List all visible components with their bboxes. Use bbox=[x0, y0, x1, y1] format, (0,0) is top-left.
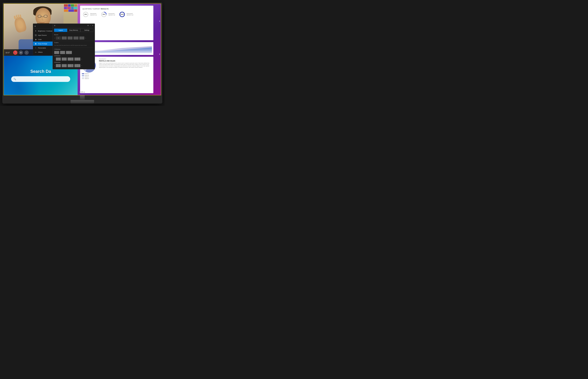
rentals-text: PROPERTY RENTALS AND SALES Regions 1 and… bbox=[99, 59, 151, 91]
personalize-icon: ☆ bbox=[35, 47, 37, 49]
tab-layout[interactable]: Layout bbox=[54, 29, 67, 32]
q4-donut: 100% bbox=[119, 11, 125, 18]
recent-label: Recent bbox=[54, 34, 93, 35]
monitor-stand bbox=[3, 95, 161, 105]
easy-arrange-label: Easy Arrange bbox=[38, 43, 47, 45]
survey-q4: 100% Improvement reported in Q4 bbox=[119, 11, 135, 18]
more-options-button[interactable]: › bbox=[24, 50, 29, 55]
osd-color[interactable]: ◑ Color bbox=[33, 37, 56, 42]
sector-legend: Sector A Sector B Sector C Sector D bbox=[82, 73, 97, 80]
nav-arrow-top[interactable]: › bbox=[159, 19, 160, 23]
input-icon: ⬛ bbox=[35, 34, 37, 36]
panel-logo: ⊞ bbox=[54, 25, 55, 26]
recent-prev[interactable]: ‹ bbox=[54, 37, 55, 39]
osd-easy-arrange[interactable]: ▦ Easy Arrange ℹ bbox=[33, 42, 56, 46]
two-windows-row bbox=[54, 51, 93, 54]
four-windows-label: 4 Windows bbox=[54, 62, 93, 63]
recent-next[interactable]: › bbox=[85, 37, 86, 39]
thumb-empty-3[interactable] bbox=[73, 36, 78, 40]
color-label: Color bbox=[38, 39, 42, 40]
search-input[interactable] bbox=[17, 78, 68, 80]
osd-input[interactable]: ⬛ Input Source bbox=[33, 33, 56, 37]
mute-button[interactable]: 🎤 bbox=[13, 50, 17, 55]
osd-menu: ⊞ ☀ Brightness / Contrast ⬛ Input Source… bbox=[33, 24, 56, 55]
layout-4-five[interactable] bbox=[74, 64, 80, 67]
layout-2-two-third[interactable] bbox=[66, 51, 72, 54]
tab-settings[interactable]: Settings bbox=[80, 29, 93, 32]
close-thumb-icon: ✕ bbox=[58, 37, 59, 39]
custom-hint: You may click the pencil icon to edit th… bbox=[54, 44, 93, 47]
legend-sector-c: Sector C bbox=[82, 76, 97, 78]
monitor: 12:17 🎤 🖥 › Search Da 🔍 bbox=[2, 2, 162, 104]
q2-value: 50% bbox=[103, 14, 105, 15]
layout-4-grid[interactable] bbox=[56, 64, 61, 67]
settings-icon[interactable]: ⚙ bbox=[87, 25, 89, 26]
panel-content: Recent ‹ ✕ bbox=[53, 33, 95, 69]
search-bar[interactable]: 🔍 bbox=[11, 76, 70, 82]
others-label: Others bbox=[38, 51, 43, 53]
monitor-screen: 12:17 🎤 🖥 › Search Da 🔍 bbox=[3, 3, 161, 95]
survey-metrics: 25% Improvement reported in Q1 50% bbox=[82, 11, 151, 18]
legend-sector-b: Sector B bbox=[82, 75, 97, 76]
layout-3-left-big[interactable] bbox=[67, 57, 74, 61]
four-prev[interactable]: ‹ bbox=[54, 64, 55, 67]
layout-4-big-left[interactable] bbox=[67, 64, 74, 67]
brightness-icon: ☀ bbox=[35, 30, 37, 32]
layout-2-half[interactable] bbox=[54, 51, 59, 54]
thumb-empty-1[interactable] bbox=[62, 36, 67, 40]
custom-label: Custom bbox=[54, 42, 93, 43]
person-hand bbox=[13, 16, 27, 33]
two-windows-label: 2 Windows bbox=[54, 48, 93, 50]
three-windows-label: 3 Windows bbox=[54, 55, 93, 56]
q1-value: 25% bbox=[84, 14, 87, 15]
osd-brightness[interactable]: ☀ Brightness / Contrast bbox=[33, 29, 56, 33]
input-label: Input Source bbox=[38, 34, 47, 36]
minimize-icon[interactable]: − bbox=[90, 25, 91, 26]
three-prev[interactable]: ‹ bbox=[54, 58, 55, 60]
color-icon: ◑ bbox=[35, 38, 37, 40]
thumb-x[interactable]: ✕ bbox=[56, 36, 61, 40]
dell-logo-text: D∈LL bbox=[79, 91, 85, 93]
layout-3-unequal[interactable] bbox=[74, 57, 80, 61]
q2-desc: Improvement reported in Q2 bbox=[108, 13, 117, 16]
search-title: Search Da bbox=[30, 69, 51, 74]
easy-arrange-icon: ▦ bbox=[35, 43, 37, 45]
call-time: 12:17 bbox=[5, 52, 10, 54]
three-windows-row: ‹ bbox=[54, 57, 93, 61]
four-next[interactable]: › bbox=[81, 64, 82, 67]
osd-header-icon: ⊞ bbox=[34, 25, 36, 27]
layout-4-cols[interactable] bbox=[62, 64, 67, 67]
tab-easy-memory[interactable]: Easy Memory bbox=[67, 29, 80, 32]
call-controls: 🎤 🖥 › bbox=[13, 50, 29, 55]
recent-row: ‹ ✕ bbox=[54, 36, 93, 40]
q1-donut: 25% bbox=[82, 11, 89, 18]
osd-header: ⊞ bbox=[33, 25, 56, 28]
four-windows-row: ‹ bbox=[54, 64, 93, 67]
screen-share-button[interactable]: 🖥 bbox=[19, 50, 23, 55]
osd-personalize[interactable]: ☆ Personalize bbox=[33, 46, 56, 50]
personalize-label: Personalize bbox=[38, 47, 46, 49]
panel-header: ⊞ ⚙ − ✕ bbox=[53, 24, 95, 27]
panel-tabs: Layout Easy Memory Settings bbox=[53, 27, 95, 33]
rentals-subtitle: PROPERTY bbox=[99, 59, 151, 60]
thumb-empty-2[interactable] bbox=[67, 36, 73, 40]
q1-desc: Improvement reported in Q1 bbox=[90, 13, 98, 16]
nav-arrow-mid[interactable]: › bbox=[159, 52, 160, 56]
legend-sector-a: Sector A bbox=[82, 73, 97, 74]
stand-base bbox=[71, 100, 94, 104]
four-windows-section: 4 Windows ‹ bbox=[54, 62, 93, 67]
layout-2-split-h[interactable] bbox=[60, 51, 65, 54]
three-next[interactable]: › bbox=[81, 58, 82, 60]
panel-controls: ⚙ − ✕ bbox=[87, 25, 93, 26]
thumb-empty-4[interactable] bbox=[79, 36, 84, 40]
survey-q1: 25% Improvement reported in Q1 bbox=[82, 11, 98, 18]
legend-sector-d: Sector D bbox=[82, 78, 97, 79]
others-icon: ▭ bbox=[35, 51, 37, 53]
osd-others[interactable]: ▭ Others bbox=[33, 50, 56, 54]
two-windows-section: 2 Windows bbox=[54, 48, 93, 54]
layout-3-top-full[interactable] bbox=[56, 57, 61, 61]
three-windows-section: 3 Windows ‹ bbox=[54, 55, 93, 61]
layout-3-equal[interactable] bbox=[62, 57, 67, 61]
rentals-body: Regions 1 and 2 saw overall improvement … bbox=[99, 63, 151, 68]
close-icon[interactable]: ✕ bbox=[92, 25, 93, 26]
